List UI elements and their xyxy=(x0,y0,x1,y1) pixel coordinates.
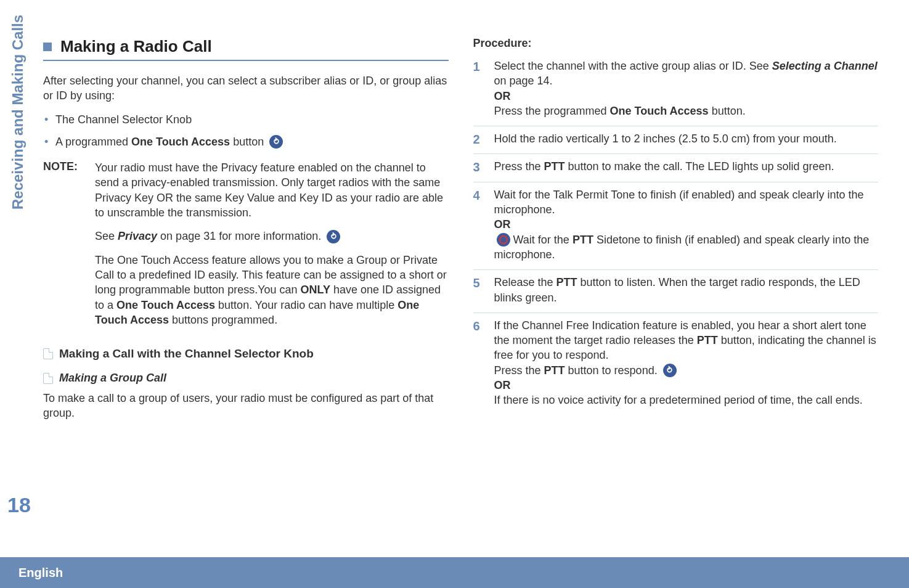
list-item: A programmed One Touch Access button ⥁ xyxy=(43,134,449,149)
bold-text: ONLY xyxy=(301,284,330,296)
step-6: If the Channel Free Indication feature i… xyxy=(473,318,879,415)
side-rail: Receiving and Making Calls 18 xyxy=(0,25,43,588)
subheading-row: Making a Group Call xyxy=(43,372,449,385)
subheading-row: Making a Call with the Channel Selector … xyxy=(43,347,449,361)
heading-channel-selector: Making a Call with the Channel Selector … xyxy=(59,347,314,361)
text: button. Your radio can have multiple xyxy=(215,299,397,311)
text: Wait for the xyxy=(513,234,573,246)
note-body: Your radio must have the Privacy feature… xyxy=(95,160,449,336)
heading-making-radio-call: Making a Radio Call xyxy=(60,37,212,56)
content-columns: Making a Radio Call After selecting your… xyxy=(43,25,878,588)
page-icon xyxy=(43,348,53,359)
page-icon xyxy=(43,373,53,384)
heading-group-call: Making a Group Call xyxy=(59,372,166,385)
procedure-steps: Select the channel with the active group… xyxy=(473,59,879,415)
bold-text: One Touch Access xyxy=(116,299,215,311)
text: Press the xyxy=(494,160,544,173)
text: Press the xyxy=(494,364,544,377)
info-icon: ⥁ xyxy=(327,230,340,243)
step-3: Press the PTT button to make the call. T… xyxy=(473,159,879,182)
text: See xyxy=(95,230,118,242)
left-column: Making a Radio Call After selecting your… xyxy=(43,37,449,588)
text: button to make the call. The LED lights … xyxy=(565,160,834,173)
bold-text: PTT xyxy=(544,160,565,173)
square-bullet-icon xyxy=(43,43,52,51)
or-text: OR xyxy=(494,90,511,102)
procedure-label: Procedure: xyxy=(473,37,879,50)
or-text: OR xyxy=(494,379,511,391)
sidetone-icon xyxy=(497,233,510,247)
ptt-icon: ⥁ xyxy=(663,364,677,377)
one-touch-access-icon: ⥁ xyxy=(269,135,283,149)
list-item: The Channel Selector Knob xyxy=(43,112,449,127)
note-block: NOTE: Your radio must have the Privacy f… xyxy=(43,160,449,336)
language-label: English xyxy=(18,566,63,580)
text: button to respond. xyxy=(565,364,658,377)
text: Select the channel with the active group… xyxy=(494,60,772,72)
step-2: Hold the radio vertically 1 to 2 inches … xyxy=(473,131,879,154)
page: Receiving and Making Calls 18 Making a R… xyxy=(0,0,909,588)
text: buttons programmed. xyxy=(169,314,277,326)
or-text: OR xyxy=(494,218,511,231)
selector-list: The Channel Selector Knob A programmed O… xyxy=(43,112,449,150)
note-paragraph: Your radio must have the Privacy feature… xyxy=(95,160,449,220)
heading-row: Making a Radio Call xyxy=(43,37,449,61)
text: button xyxy=(230,136,264,148)
step-4: Wait for the Talk Permit Tone to finish … xyxy=(473,187,879,270)
note-paragraph: See Privacy on page 31 for more informat… xyxy=(95,229,449,243)
text: button. xyxy=(709,105,746,117)
note-label: NOTE: xyxy=(43,160,95,336)
section-tab: Receiving and Making Calls xyxy=(9,15,26,210)
bold-text: One Touch Access xyxy=(610,105,709,117)
step-5: Release the PTT button to listen. When t… xyxy=(473,275,879,313)
right-column: Procedure: Select the channel with the a… xyxy=(473,37,879,588)
bold-text: PTT xyxy=(573,234,593,246)
bold-text: One Touch Access xyxy=(131,136,230,148)
bold-text: PTT xyxy=(544,364,565,377)
privacy-ref: Privacy xyxy=(118,230,157,242)
bold-text: PTT xyxy=(556,276,577,288)
text: Wait for the Talk Permit Tone to finish … xyxy=(494,189,864,216)
bold-text: PTT xyxy=(697,334,718,346)
note-paragraph: The One Touch Access feature allows you … xyxy=(95,253,449,327)
text: Release the xyxy=(494,276,556,288)
text: Press the programmed xyxy=(494,105,610,117)
footer-language-bar: English xyxy=(0,557,909,588)
ref-selecting-channel: Selecting a Channel xyxy=(772,60,878,72)
text: If there is no voice activity for a pred… xyxy=(494,394,863,406)
text: A programmed xyxy=(55,136,131,148)
step-1: Select the channel with the active group… xyxy=(473,59,879,126)
page-number: 18 xyxy=(7,493,31,517)
text: on page 31 for more information. xyxy=(157,230,321,242)
intro-paragraph: After selecting your channel, you can se… xyxy=(43,73,449,104)
text: on page 14. xyxy=(494,75,553,87)
group-call-intro: To make a call to a group of users, your… xyxy=(43,391,449,421)
